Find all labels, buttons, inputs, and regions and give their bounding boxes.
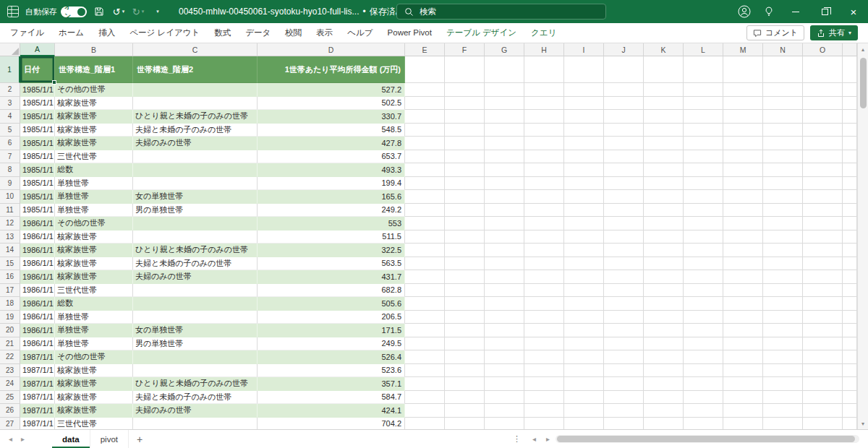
cell-empty[interactable] (524, 150, 564, 164)
cell-empty[interactable] (843, 217, 857, 231)
cell-empty[interactable] (564, 270, 604, 284)
cell-empty[interactable] (644, 137, 684, 150)
cell-empty[interactable] (684, 350, 723, 364)
ribbon-tab-data[interactable]: データ (238, 23, 278, 43)
row-header-23[interactable]: 23 (0, 364, 20, 378)
cell-D4[interactable]: 330.7 (258, 110, 405, 124)
cell-empty[interactable] (524, 418, 564, 430)
cell-empty[interactable] (723, 231, 763, 244)
cell-empty[interactable] (405, 56, 445, 83)
cell-empty[interactable] (485, 391, 524, 405)
cell-A9[interactable]: 1985/1/1 (20, 177, 55, 191)
cell-empty[interactable] (604, 391, 644, 405)
cell-B5[interactable]: 核家族世帯 (55, 124, 133, 137)
cell-empty[interactable] (843, 204, 857, 217)
cell-empty[interactable] (485, 337, 524, 351)
autosave-switch[interactable]: オン (61, 7, 87, 17)
cell-A3[interactable]: 1985/1/1 (20, 97, 55, 111)
cell-empty[interactable] (843, 404, 857, 418)
cell-empty[interactable] (564, 177, 604, 191)
cell-empty[interactable] (763, 217, 803, 231)
cell-empty[interactable] (803, 137, 843, 150)
redo-button[interactable]: ↻▾ (131, 3, 145, 20)
cell-empty[interactable] (684, 204, 723, 217)
cell-empty[interactable] (524, 391, 564, 405)
cell-empty[interactable] (763, 204, 803, 217)
cell-B26[interactable]: 核家族世帯 (55, 404, 133, 418)
cell-B19[interactable]: 単独世帯 (55, 311, 133, 324)
cell-empty[interactable] (843, 377, 857, 391)
cell-empty[interactable] (604, 377, 644, 391)
cell-empty[interactable] (445, 284, 485, 298)
cell-empty[interactable] (564, 56, 604, 83)
cell-empty[interactable] (524, 231, 564, 244)
cell-empty[interactable] (843, 391, 857, 405)
cell-empty[interactable] (843, 257, 857, 271)
cell-empty[interactable] (564, 83, 604, 97)
cell-empty[interactable] (763, 324, 803, 337)
cell-empty[interactable] (564, 257, 604, 271)
cell-B22[interactable]: その他の世帯 (55, 350, 133, 364)
row-header-18[interactable]: 18 (0, 297, 20, 311)
row-header-9[interactable]: 9 (0, 177, 20, 191)
minimize-button[interactable] (781, 0, 810, 23)
cell-empty[interactable] (644, 311, 684, 324)
cell-A11[interactable]: 1985/1/1 (20, 204, 55, 217)
cell-empty[interactable] (445, 404, 485, 418)
cell-empty[interactable] (604, 163, 644, 177)
cell-empty[interactable] (445, 231, 485, 244)
cell-empty[interactable] (684, 270, 723, 284)
cell-empty[interactable] (485, 404, 524, 418)
cell-empty[interactable] (485, 418, 524, 430)
cell-empty[interactable] (405, 311, 445, 324)
share-dropdown-icon[interactable]: ▾ (848, 30, 851, 36)
cell-empty[interactable] (723, 83, 763, 97)
cell-A8[interactable]: 1985/1/1 (20, 163, 55, 177)
autosave-toggle[interactable]: 自動保存 オン (25, 7, 87, 17)
cell-empty[interactable] (763, 297, 803, 311)
cell-empty[interactable] (604, 204, 644, 217)
cell-empty[interactable] (803, 190, 843, 204)
cell-empty[interactable] (564, 231, 604, 244)
cell-empty[interactable] (524, 284, 564, 298)
row-header-4[interactable]: 4 (0, 110, 20, 124)
cell-empty[interactable] (604, 110, 644, 124)
cell-empty[interactable] (803, 217, 843, 231)
cell-empty[interactable] (843, 324, 857, 337)
cell-empty[interactable] (843, 83, 857, 97)
cell-A18[interactable]: 1986/1/1 (20, 297, 55, 311)
cell-empty[interactable] (723, 404, 763, 418)
cell-empty[interactable] (684, 404, 723, 418)
cell-empty[interactable] (763, 404, 803, 418)
cell-empty[interactable] (763, 377, 803, 391)
cell-empty[interactable] (723, 56, 763, 83)
cell-empty[interactable] (445, 377, 485, 391)
cell-empty[interactable] (485, 257, 524, 271)
cell-empty[interactable] (485, 56, 524, 83)
cell-empty[interactable] (564, 418, 604, 430)
cell-empty[interactable] (604, 311, 644, 324)
cell-empty[interactable] (723, 391, 763, 405)
cell-A7[interactable]: 1985/1/1 (20, 150, 55, 164)
cell-D14[interactable]: 322.5 (258, 244, 405, 257)
ribbon-tab-review[interactable]: 校閲 (278, 23, 309, 43)
cell-A22[interactable]: 1987/1/1 (20, 350, 55, 364)
cell-empty[interactable] (803, 231, 843, 244)
cell-empty[interactable] (803, 404, 843, 418)
cell-empty[interactable] (445, 311, 485, 324)
column-header-G[interactable]: G (485, 43, 524, 56)
cell-empty[interactable] (604, 350, 644, 364)
cell-empty[interactable] (684, 124, 723, 137)
cell-empty[interactable] (803, 177, 843, 191)
cell-empty[interactable] (405, 83, 445, 97)
row-header-5[interactable]: 5 (0, 124, 20, 137)
cell-empty[interactable] (405, 270, 445, 284)
cell-empty[interactable] (485, 110, 524, 124)
cell-D22[interactable]: 526.4 (258, 350, 405, 364)
cell-B27[interactable]: 三世代世帯 (55, 418, 133, 430)
cell-empty[interactable] (445, 297, 485, 311)
cell-empty[interactable] (684, 364, 723, 378)
cell-empty[interactable] (644, 364, 684, 378)
cell-empty[interactable] (723, 377, 763, 391)
hscroll-left-icon[interactable]: ◂ (532, 435, 536, 443)
